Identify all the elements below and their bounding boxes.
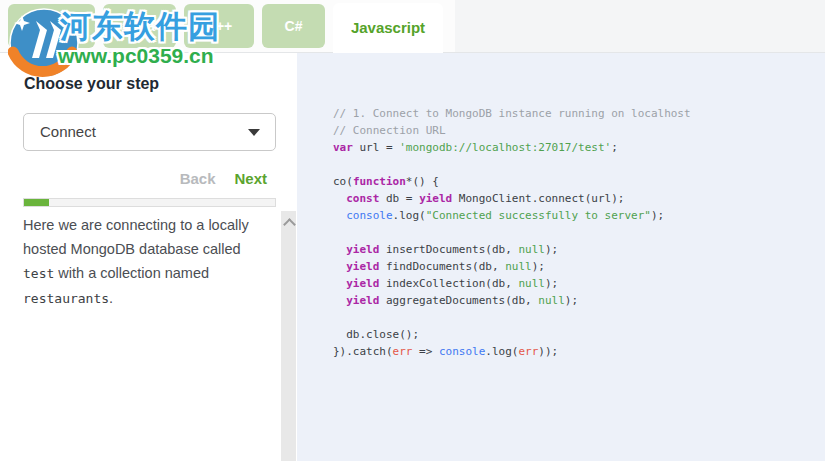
- app-window: PythonJavaC++C#Javascript Choose your st…: [0, 0, 825, 461]
- back-button[interactable]: Back: [180, 170, 216, 187]
- sidebar-scrollbar[interactable]: [281, 211, 296, 461]
- step-select-value: Connect: [40, 114, 96, 150]
- chevron-down-icon: [248, 129, 260, 136]
- next-button[interactable]: Next: [234, 170, 267, 187]
- code-line: yield insertDocuments(db, null);: [333, 241, 691, 258]
- code-line: yield findDocuments(db, null);: [333, 258, 691, 275]
- progress-fill: [24, 199, 49, 206]
- tab-java[interactable]: Java: [103, 4, 176, 48]
- tab-csharp[interactable]: C#: [262, 4, 325, 48]
- step-description: Here we are connecting to a locally host…: [23, 213, 269, 311]
- code-line: var url = 'mongodb://localhost:27017/tes…: [333, 139, 691, 156]
- inline-code: test: [23, 266, 54, 281]
- code-line: const db = yield MongoClient.connect(url…: [333, 190, 691, 207]
- code-line: [333, 224, 691, 241]
- language-tabs: PythonJavaC++C#Javascript: [8, 3, 443, 54]
- sidebar-heading: Choose your step: [24, 75, 159, 93]
- code-line: }).catch(err => console.log(err));: [333, 343, 691, 360]
- code-line: // 1. Connect to MongoDB instance runnin…: [333, 105, 691, 122]
- progress-bar: [23, 198, 276, 207]
- tab-javascript[interactable]: Javascript: [333, 3, 443, 54]
- step-nav: BackNext: [180, 170, 267, 187]
- code-line: [333, 309, 691, 326]
- code-line: console.log("Connected successfully to s…: [333, 207, 691, 224]
- code-line: [333, 156, 691, 173]
- code-line: yield indexCollection(db, null);: [333, 275, 691, 292]
- code-line: // Connection URL: [333, 122, 691, 139]
- code-panel: // 1. Connect to MongoDB instance runnin…: [297, 53, 825, 461]
- language-tabbar: PythonJavaC++C#Javascript: [0, 0, 825, 53]
- step-sidebar: Choose your step Connect BackNext Here w…: [0, 53, 297, 461]
- code-line: db.close();: [333, 326, 691, 343]
- tab-python[interactable]: Python: [8, 4, 95, 48]
- step-select[interactable]: Connect: [23, 113, 276, 151]
- code-line: yield aggregateDocuments(db, null);: [333, 292, 691, 309]
- tab-cpp[interactable]: C++: [184, 4, 254, 48]
- scroll-up-icon[interactable]: [283, 218, 296, 231]
- inline-code: restaurants: [23, 291, 109, 306]
- code-block: // 1. Connect to MongoDB instance runnin…: [333, 105, 691, 360]
- code-line: co(function*() {: [333, 173, 691, 190]
